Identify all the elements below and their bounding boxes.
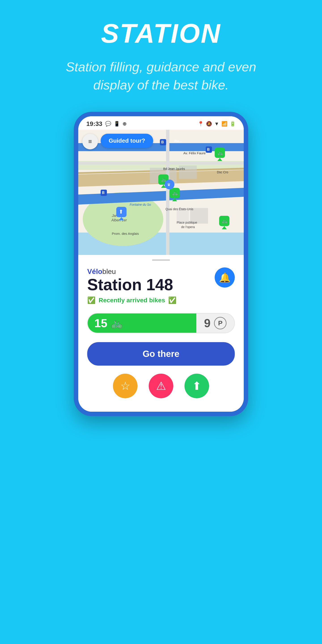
- status-bar: 19:33 💬 📱 ⊕ 📍 🔕 ▼ 📶 🔋: [78, 116, 244, 130]
- station-panel: Vélobleu Station 148 ✅ Recently arrived …: [78, 255, 244, 412]
- status-left: 19:33 💬 📱 ⊕: [86, 120, 126, 128]
- menu-button[interactable]: ≡: [82, 134, 98, 149]
- messenger-icon: 💬: [105, 121, 111, 127]
- brand-bleu: bleu: [102, 268, 116, 276]
- check-icon-right: ✅: [168, 296, 176, 304]
- bell-muted-icon: 🔕: [206, 121, 212, 127]
- svg-text:⬆: ⬆: [119, 209, 123, 215]
- share-icon: ⬆: [192, 380, 202, 392]
- parking-count: 9: [204, 316, 210, 330]
- svg-text:de l'opera: de l'opera: [181, 225, 195, 229]
- svg-text:B: B: [207, 148, 210, 152]
- svg-text:B: B: [102, 191, 105, 194]
- phone-screen: 19:33 💬 📱 ⊕ 📍 🔕 ▼ 📶 🔋: [78, 116, 244, 412]
- station-number: Station 148: [87, 276, 176, 293]
- status-time: 19:33: [86, 120, 102, 128]
- bike-icon: 🚲: [111, 318, 122, 329]
- phone-frame: 19:33 💬 📱 ⊕ 📍 🔕 ▼ 📶 🔋: [74, 112, 248, 416]
- parking-section: 9 P: [196, 314, 234, 333]
- subtitle: Station filling, guidance and even displ…: [60, 58, 262, 94]
- favorite-button[interactable]: ☆: [113, 374, 138, 398]
- svg-text:🚲: 🚲: [217, 150, 224, 156]
- svg-text:🚲: 🚲: [172, 190, 178, 196]
- svg-text:🚲: 🚲: [222, 218, 228, 224]
- svg-text:Ru...: Ru...: [174, 139, 182, 143]
- wifi-icon: ▼: [214, 121, 219, 127]
- brand-velo: Vélo: [87, 268, 102, 276]
- arrived-text: Recently arrived bikes: [98, 297, 165, 304]
- drag-handle[interactable]: [152, 260, 170, 261]
- go-there-button[interactable]: Go there: [87, 342, 235, 366]
- map-svg: Jardin Albert 1er: [78, 130, 244, 255]
- svg-text:Bd Jean Jaurès: Bd Jean Jaurès: [163, 167, 185, 170]
- station-info: Vélobleu Station 148 ✅ Recently arrived …: [87, 268, 176, 311]
- share-button[interactable]: ⬆: [184, 374, 209, 398]
- svg-text:Quai des États-Unis: Quai des États-Unis: [166, 207, 194, 211]
- arrived-row: ✅ Recently arrived bikes ✅: [87, 296, 176, 304]
- alert-button[interactable]: ⚠: [149, 374, 173, 398]
- header-section: STATION Station filling, guidance and ev…: [0, 0, 322, 107]
- map-section[interactable]: Jardin Albert 1er: [78, 130, 244, 255]
- svg-text:Place publique: Place publique: [177, 221, 197, 224]
- svg-text:Dsc Cro: Dsc Cro: [217, 170, 228, 174]
- availability-bar: 15 🚲 9 P: [87, 313, 235, 333]
- bikes-count: 15: [94, 316, 107, 330]
- station-header: Vélobleu Station 148 ✅ Recently arrived …: [87, 268, 235, 311]
- svg-text:Av. Félix Faure: Av. Félix Faure: [183, 151, 206, 155]
- bell-button[interactable]: 🔔: [215, 268, 235, 288]
- signal-icon: 📶: [222, 121, 228, 127]
- location-icon: 📍: [198, 121, 204, 127]
- svg-text:Fontaine du So: Fontaine du So: [130, 203, 151, 206]
- check-icon-left: ✅: [87, 296, 96, 304]
- status-right: 📍 🔕 ▼ 📶 🔋: [198, 121, 236, 127]
- battery-icon: 🔋: [230, 121, 236, 127]
- star-icon: ☆: [120, 380, 130, 392]
- brand-name: Vélobleu: [87, 268, 176, 276]
- action-buttons: ☆ ⚠ ⬆: [87, 374, 235, 403]
- whatsapp-icon: 📱: [114, 121, 120, 127]
- app-title: STATION: [101, 18, 221, 49]
- svg-text:♛: ♛: [167, 182, 170, 187]
- app-icon: ⊕: [122, 121, 126, 127]
- svg-text:B: B: [161, 140, 164, 144]
- parking-badge: P: [214, 317, 226, 330]
- bikes-section: 15 🚲: [88, 314, 196, 333]
- alert-icon: ⚠: [156, 380, 166, 392]
- map-background: Jardin Albert 1er: [78, 130, 244, 255]
- svg-text:Prom. des Anglais: Prom. des Anglais: [112, 232, 139, 236]
- guided-tour-button[interactable]: Guided tour?: [100, 134, 153, 148]
